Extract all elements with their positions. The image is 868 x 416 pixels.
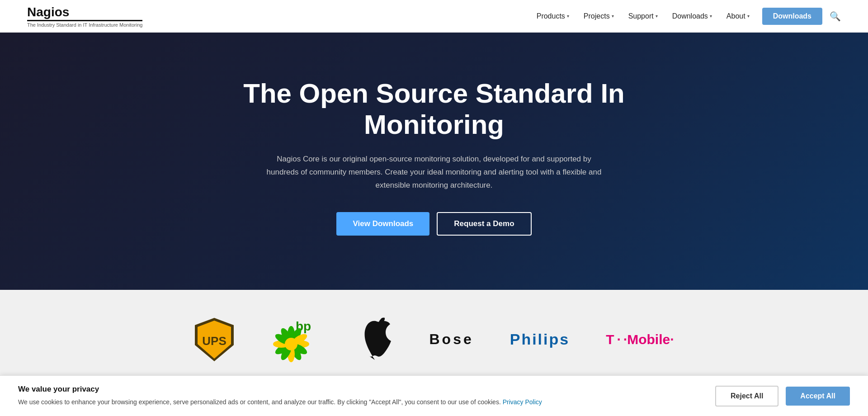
brand-tagline: The Industry Standard in IT Infrastructu… xyxy=(27,22,142,28)
nav-products[interactable]: Products ▾ xyxy=(531,9,575,24)
chevron-down-icon: ▾ xyxy=(747,14,750,19)
nav-links: Products ▾ Projects ▾ Support ▾ Download… xyxy=(531,8,841,25)
nav-support[interactable]: Support ▾ xyxy=(623,9,663,24)
accept-all-button[interactable]: Accept All xyxy=(786,387,850,406)
cookie-body: We use cookies to enhance your browsing … xyxy=(18,397,561,407)
apple-logo xyxy=(357,317,393,362)
chevron-down-icon: ▾ xyxy=(710,14,712,19)
ups-logo: UPS xyxy=(194,317,235,362)
chevron-down-icon: ▾ xyxy=(612,14,614,19)
hero-section: The Open Source Standard In Monitoring N… xyxy=(0,33,868,290)
cookie-actions: Reject All Accept All xyxy=(715,386,850,407)
nav-about[interactable]: About ▾ xyxy=(721,9,755,24)
cookie-content: We value your privacy We use cookies to … xyxy=(18,385,697,407)
brand-name[interactable]: Nagios xyxy=(27,5,142,21)
chevron-down-icon: ▾ xyxy=(567,14,569,19)
bp-logo: bp xyxy=(271,317,321,362)
tmobile-logo: T · ·Mobile· xyxy=(606,317,674,362)
cookie-title: We value your privacy xyxy=(18,385,697,394)
navbar: Nagios The Industry Standard in IT Infra… xyxy=(0,0,868,33)
hero-buttons: View Downloads Request a Demo xyxy=(336,212,531,236)
bose-logo-text: Bose xyxy=(429,331,473,348)
svg-point-16 xyxy=(285,338,297,350)
chevron-down-icon: ▾ xyxy=(656,14,658,19)
brand-logo[interactable]: Nagios The Industry Standard in IT Infra… xyxy=(27,5,142,28)
cookie-banner: We value your privacy We use cookies to … xyxy=(0,375,868,416)
philips-logo: Philips xyxy=(510,317,570,362)
svg-text:UPS: UPS xyxy=(203,334,226,348)
search-icon[interactable]: 🔍 xyxy=(830,11,841,22)
hero-subtext: Nagios Core is our original open-source … xyxy=(262,153,606,192)
logos-row: UPS bp xyxy=(194,317,674,362)
view-downloads-button[interactable]: View Downloads xyxy=(336,212,429,236)
nav-projects[interactable]: Projects ▾ xyxy=(578,9,619,24)
philips-logo-text: Philips xyxy=(510,331,570,348)
request-demo-button[interactable]: Request a Demo xyxy=(437,212,531,236)
tmobile-logo-text: T · ·Mobile· xyxy=(606,332,674,347)
privacy-policy-link[interactable]: Privacy Policy xyxy=(503,398,542,406)
nav-downloads[interactable]: Downloads ▾ xyxy=(667,9,717,24)
bose-logo: Bose xyxy=(429,317,473,362)
hero-heading: The Open Source Standard In Monitoring xyxy=(231,78,637,140)
nav-cta-downloads-button[interactable]: Downloads xyxy=(762,8,822,25)
reject-all-button[interactable]: Reject All xyxy=(715,386,778,407)
